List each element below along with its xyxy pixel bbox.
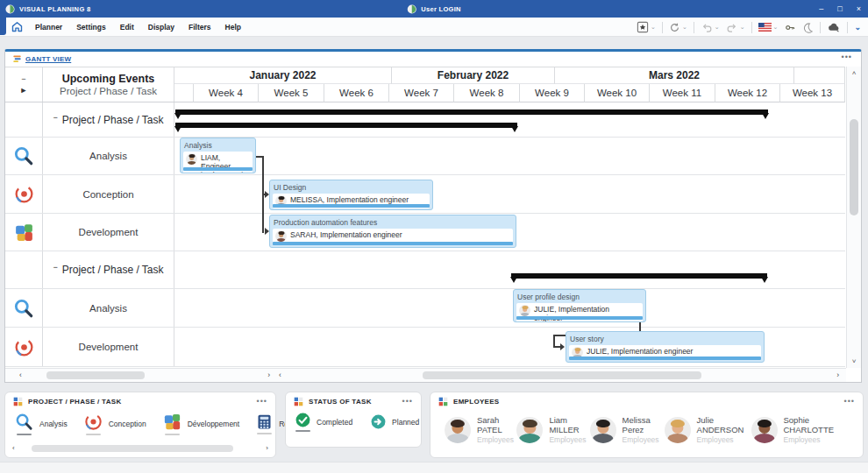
- gantt-header-left: − ► Upcoming Events Project / Phase / Ta…: [5, 67, 174, 102]
- collapse-icon[interactable]: −: [53, 113, 57, 122]
- phase-row-analysis[interactable]: Analysis: [5, 138, 845, 175]
- avatar: [665, 417, 691, 443]
- hscroll-thumb[interactable]: [32, 445, 233, 452]
- employee-item-sarah-patel[interactable]: Sarah PATELEmployees: [445, 415, 516, 444]
- gantt-more-button[interactable]: •••: [842, 53, 852, 61]
- undo-button[interactable]: ⌄: [701, 22, 720, 33]
- scroll-down-arrow[interactable]: ˅: [847, 357, 861, 365]
- hscroll-thumb[interactable]: [423, 371, 701, 379]
- scroll-right-arrow[interactable]: ›: [836, 371, 839, 379]
- status-item-completed[interactable]: Completed: [295, 412, 352, 432]
- us-flag-icon: [758, 23, 772, 32]
- horizontal-scrollbar-track[interactable]: ‹ › ‹ ›: [5, 368, 846, 382]
- chevron-down-icon: ⌄: [740, 24, 745, 31]
- app-logo-icon: [5, 4, 15, 14]
- favorites-button[interactable]: ⌄: [637, 21, 656, 33]
- menu-settings[interactable]: Settings: [76, 23, 106, 32]
- dock-grip[interactable]: [0, 18, 6, 35]
- menu-help[interactable]: Help: [225, 23, 241, 32]
- scroll-left-arrow[interactable]: ‹: [19, 371, 22, 379]
- summary-bar[interactable]: [511, 273, 767, 279]
- row-label: Development: [79, 227, 139, 237]
- sync-button[interactable]: ⌄: [669, 22, 687, 33]
- panel-more-button[interactable]: •••: [257, 397, 267, 406]
- filter-item-conception[interactable]: Conception: [83, 412, 146, 435]
- avatar: [751, 417, 778, 443]
- app-identity: VISUAL PLANNING 8: [0, 4, 91, 14]
- collapse-icon[interactable]: −: [53, 263, 57, 272]
- redo-button[interactable]: ⌄: [726, 22, 745, 33]
- key-button[interactable]: [784, 22, 796, 33]
- avatar: [445, 417, 471, 443]
- close-button[interactable]: ×: [857, 5, 861, 13]
- vertical-scroll-thumb[interactable]: [850, 119, 858, 215]
- menu-planner[interactable]: Planner: [35, 23, 62, 32]
- expand-all-button[interactable]: ►: [20, 87, 28, 95]
- task-title: Production automation features: [274, 218, 513, 227]
- task-card-user-story[interactable]: User story JULIE, Implementation enginee…: [566, 331, 765, 363]
- filter-item-developpement[interactable]: Développement: [162, 412, 240, 435]
- task-card-ui-design[interactable]: UI Design MELISSA, Implementation engine…: [269, 180, 433, 210]
- week-header: Week 13: [780, 84, 845, 102]
- task-card-analysis[interactable]: Analysis LIAM, Engineer implementation: [180, 138, 256, 173]
- task-assignee: JULIE, Implementation engineer: [534, 305, 640, 322]
- employee-item-liam-miller[interactable]: Liam MILLEREmployees: [516, 415, 589, 444]
- maximize-button[interactable]: □: [837, 5, 842, 13]
- summary-row[interactable]: −Project / Phase / Task: [5, 102, 845, 138]
- scroll-right-arrow[interactable]: ›: [266, 444, 268, 452]
- row-label: Conception: [82, 189, 133, 200]
- home-icon[interactable]: [11, 20, 24, 33]
- left-pane-hscrollbar[interactable]: ‹ ›: [18, 369, 272, 382]
- filter-item-analysis[interactable]: Analysis: [14, 412, 68, 435]
- gantt-grid: − ► Upcoming Events Project / Phase / Ta…: [5, 67, 861, 382]
- summary-bar[interactable]: [175, 123, 517, 128]
- hscroll-thumb[interactable]: [46, 371, 145, 379]
- tab-gantt-view[interactable]: GANTT VIEW: [5, 52, 78, 67]
- task-progress-strip: [273, 242, 513, 245]
- summary-bar[interactable]: [175, 109, 768, 115]
- scroll-left-arrow[interactable]: ‹: [12, 444, 15, 452]
- menu-display[interactable]: Display: [148, 23, 174, 32]
- language-button[interactable]: ⌄: [758, 23, 779, 32]
- task-title: UI Design: [274, 183, 430, 192]
- task-title: User profile design: [517, 293, 643, 301]
- avatar: [516, 417, 543, 443]
- gantt-tab-icon: [12, 54, 22, 64]
- phase-row-analysis-2[interactable]: Analysis: [5, 289, 845, 328]
- menu-edit[interactable]: Edit: [120, 23, 134, 32]
- panel-more-button[interactable]: •••: [402, 397, 413, 406]
- employee-item-sophie-charlotte[interactable]: Sophie CHARLOTTEEmployees: [751, 415, 849, 444]
- week-header-spacer: [174, 84, 194, 102]
- collapse-all-button[interactable]: −: [21, 75, 25, 83]
- menu-filters[interactable]: Filters: [189, 23, 211, 32]
- scroll-right-arrow[interactable]: ›: [267, 371, 270, 379]
- panel-more-button[interactable]: •••: [844, 397, 855, 406]
- employee-name: Liam MILLER: [549, 415, 589, 434]
- timeline-hscrollbar[interactable]: ‹ ›: [277, 369, 841, 382]
- toolbar-overflow-chevron[interactable]: ⌄: [854, 23, 861, 32]
- vertical-scrollbar[interactable]: ˄ ˅: [846, 67, 861, 368]
- employee-item-julie-anderson[interactable]: Julie ANDERSONEmployees: [665, 415, 751, 444]
- month-header: February 2022: [392, 67, 555, 84]
- task-card-user-profile-design[interactable]: User profile design JULIE, Implementatio…: [513, 289, 646, 322]
- moon-icon: [802, 22, 814, 33]
- toolbar-divider: [662, 22, 663, 33]
- scroll-up-arrow[interactable]: ˄: [847, 69, 861, 77]
- task-progress-strip: [273, 204, 430, 208]
- minimize-button[interactable]: –: [819, 5, 823, 13]
- avatar: [590, 417, 616, 443]
- panel-grid-icon: [294, 397, 303, 406]
- week-header: Week 9: [520, 84, 585, 102]
- status-item-planned[interactable]: Planned: [370, 413, 419, 430]
- panel-hscrollbar[interactable]: ‹ ›: [12, 443, 268, 454]
- summary-row[interactable]: −Project / Phase / Task: [5, 251, 845, 289]
- magnifier-icon: [12, 145, 35, 167]
- session-logo-icon: [407, 4, 416, 14]
- employee-item-melissa-perez[interactable]: Melissa PerezEmployees: [590, 415, 665, 444]
- assistant-button[interactable]: [827, 22, 841, 32]
- night-mode-button[interactable]: [802, 22, 814, 33]
- task-card-production-automation[interactable]: Production automation features SARAH, Im…: [269, 215, 516, 248]
- task-progress-strip: [569, 357, 761, 360]
- task-title: User story: [570, 335, 761, 343]
- scroll-left-arrow[interactable]: ‹: [279, 371, 281, 379]
